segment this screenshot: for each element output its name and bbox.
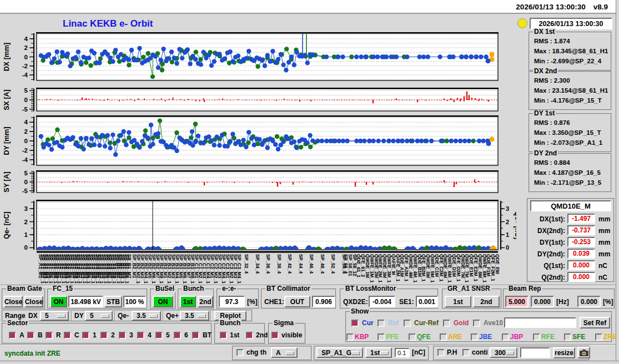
bunch2-2nd-checkbox[interactable]	[246, 332, 253, 339]
svg-text:5: 5	[24, 170, 28, 176]
sector-6-checkbox[interactable]	[174, 332, 181, 339]
stat-rms: RMS : 1.874	[534, 38, 570, 44]
svg-text:SP_46_4: SP_46_4	[309, 254, 314, 274]
show-are-checkbox[interactable]	[440, 333, 447, 341]
gra1-1st-button[interactable]: 1st	[445, 296, 471, 307]
range-dy-select[interactable]: 5	[85, 311, 113, 321]
extra-input[interactable]	[520, 347, 550, 358]
svg-text:SP_44_4: SP_44_4	[298, 254, 304, 274]
chgth-select[interactable]: A	[271, 347, 298, 358]
sector-r-checkbox[interactable]	[46, 332, 53, 339]
sector-2-checkbox[interactable]	[100, 332, 108, 339]
threshold-input[interactable]: 0.1	[395, 348, 410, 357]
btloss-v2-display: 0.001	[416, 296, 438, 307]
svg-text:Qe+ [nC]: Qe+ [nC]	[514, 211, 516, 239]
monitor-row-label: DX(2nd):	[527, 227, 565, 235]
chgth-checkbox[interactable]	[236, 349, 244, 356]
btcol-value-display: 0.906	[312, 296, 335, 307]
stat-min: Min : -4.176@SP_15_T	[534, 97, 602, 104]
bunch2-1st-checkbox[interactable]	[220, 332, 227, 339]
sector-3-label: 3	[129, 331, 133, 339]
conti-checkbox[interactable]	[462, 349, 470, 356]
sector-5-checkbox[interactable]	[155, 332, 163, 339]
svg-text:2: 2	[24, 128, 28, 135]
beam-gate-close2-button[interactable]: Close	[24, 296, 43, 307]
show-zre-checkbox[interactable]	[595, 333, 602, 341]
monitor-row-value: 0.000	[567, 272, 595, 282]
stat-max: Max : 4.187@SP_16_5	[534, 169, 601, 176]
range-qep-select[interactable]: 3.5	[180, 311, 209, 321]
monitor-title: QMD10E_M	[530, 200, 611, 211]
show-jbe-checkbox[interactable]	[471, 333, 478, 341]
show-gold-checkbox[interactable]	[443, 320, 450, 327]
svg-text:-2: -2	[22, 147, 28, 154]
titlebar-date: 2026/01/13 13:00:30	[516, 3, 585, 11]
show-ave10-checkbox[interactable]	[473, 320, 480, 327]
sector-a-checkbox[interactable]	[9, 332, 16, 339]
ph-checkbox[interactable]	[437, 349, 445, 356]
stat-rms: RMS : 2.300	[534, 77, 570, 84]
ph-label: P.H	[447, 348, 457, 356]
btcol-out-button[interactable]: OUT	[284, 296, 310, 307]
fc15-on-button[interactable]: ON	[50, 296, 67, 307]
range-separator	[114, 311, 115, 321]
set-ref-button[interactable]: Set Ref	[580, 317, 610, 328]
ref-name-input[interactable]	[504, 317, 576, 328]
range-label: Range	[5, 312, 26, 320]
sigma-visible-checkbox[interactable]	[271, 332, 279, 339]
show-jbp-checkbox[interactable]	[502, 333, 509, 341]
show-qfe-checkbox[interactable]	[409, 333, 416, 341]
range-qem-select[interactable]: 3.5	[132, 311, 161, 321]
show-kbp-checkbox[interactable]	[346, 333, 354, 341]
beamrep-v1-display: 5.000	[505, 296, 529, 307]
show-ref-checkbox[interactable]	[378, 320, 385, 327]
bunch-1st-button[interactable]: 1st	[180, 296, 196, 307]
beam-gate-close1-button[interactable]: Close	[4, 296, 23, 307]
svg-text:SP_36_4: SP_36_4	[265, 254, 271, 274]
fc15-stb-button[interactable]: STB	[104, 296, 122, 307]
sector-1-checkbox[interactable]	[82, 332, 89, 339]
range-separator	[71, 311, 72, 321]
group-label: Bunch	[219, 320, 241, 327]
top-titlebar: 2026/01/13 13:00:30v8.9	[0, 0, 619, 14]
svg-text:0: 0	[24, 54, 28, 60]
stat-min: Min : -2.171@SP_13_5	[534, 179, 601, 186]
resize-button[interactable]: resize	[553, 347, 575, 358]
svg-text:-5: -5	[22, 106, 28, 113]
sector-c-checkbox[interactable]	[64, 332, 71, 339]
show-cur-ref-checkbox[interactable]	[404, 320, 411, 327]
busel-on-button[interactable]: ON	[153, 296, 173, 307]
range-dx-select[interactable]: 5	[40, 311, 69, 321]
btloss-v1-display: -0.004	[369, 296, 395, 307]
show-jbp-label: JBP	[510, 333, 523, 341]
sector-a-label: A	[19, 331, 24, 339]
monitor-row-value: -1.497	[567, 214, 595, 224]
show-sfe-label: SFE	[572, 333, 585, 341]
show-cur-checkbox[interactable]	[351, 320, 359, 327]
show-pfe-label: PFE	[386, 333, 399, 341]
show-pfe-checkbox[interactable]	[378, 333, 385, 341]
svg-text:SX [A]: SX [A]	[3, 89, 11, 110]
bunch2-1st-label: 1st	[230, 331, 239, 339]
group-label: Bunch	[182, 285, 205, 292]
show-rfe-checkbox[interactable]	[533, 333, 540, 341]
svg-text:2: 2	[506, 219, 509, 225]
sector-bt-checkbox[interactable]	[192, 332, 199, 339]
range-separator	[210, 311, 212, 321]
gra1-2nd-button[interactable]: 2nd	[473, 296, 500, 307]
points-select[interactable]: 300	[490, 347, 517, 358]
sp-select[interactable]: SP_A1_G	[316, 347, 363, 358]
sector-4-checkbox[interactable]	[137, 332, 144, 339]
stats-box-title: DY 2nd	[533, 150, 558, 157]
snapshot-button[interactable]	[577, 347, 590, 358]
bunch-select[interactable]: 1st	[365, 347, 392, 358]
group-label: Beam Rep	[507, 285, 542, 292]
monitor-row-value: 0.039	[567, 249, 595, 259]
sector-b-checkbox[interactable]	[27, 332, 34, 339]
sector-4-label: 4	[148, 331, 152, 339]
show-sfe-checkbox[interactable]	[564, 333, 571, 341]
window-border-right	[616, 0, 619, 364]
sector-3-checkbox[interactable]	[119, 332, 126, 339]
stat-rms: RMS : 0.876	[534, 119, 570, 126]
bunch-2nd-button[interactable]: 2nd	[198, 296, 213, 307]
